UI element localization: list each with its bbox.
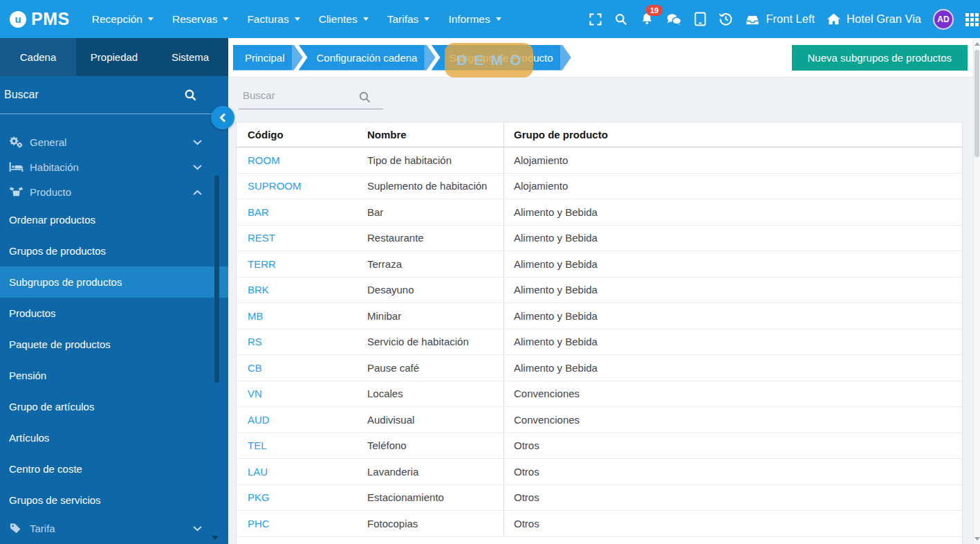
table-row[interactable]: TELTeléfonoOtros bbox=[237, 433, 962, 460]
row-code-link[interactable]: RS bbox=[248, 336, 262, 347]
caret-down-icon bbox=[424, 17, 429, 21]
sidebar-item-articulos[interactable]: Artículos bbox=[0, 422, 228, 453]
fullscreen-icon[interactable] bbox=[589, 12, 602, 26]
sidebar-item-grupos-de-servicios[interactable]: Grupos de servicios bbox=[0, 484, 228, 516]
tab-sistema[interactable]: Sistema bbox=[152, 38, 228, 76]
table-row[interactable]: AUDAudivisualConvenciones bbox=[237, 407, 962, 433]
tablet-icon[interactable] bbox=[694, 12, 707, 26]
breadcrumb-principal[interactable]: Principal bbox=[233, 45, 303, 71]
menu-label: Facturas bbox=[247, 13, 288, 26]
sidebar-item-centro-de-coste[interactable]: Centro de coste bbox=[0, 453, 228, 484]
column-header-codigo[interactable]: Código bbox=[237, 129, 367, 140]
sidebar-scrollbar-thumb[interactable] bbox=[214, 175, 219, 383]
row-code-link[interactable]: SUPROOM bbox=[248, 180, 302, 192]
row-name: Teléfono bbox=[367, 439, 503, 451]
sidebar-item-grupo-de-articulos[interactable]: Grupo de artículos bbox=[0, 391, 228, 422]
search-icon bbox=[358, 91, 371, 104]
row-code-link[interactable]: TEL bbox=[248, 439, 267, 451]
table-row[interactable]: PHCFotocopiasOtros bbox=[237, 511, 962, 537]
menu-recepcion[interactable]: Recepción bbox=[92, 13, 154, 26]
scrollbar-thumb[interactable] bbox=[974, 50, 979, 157]
row-group: Alimento y Bebida bbox=[503, 278, 962, 303]
sidebar-item-productos[interactable]: Productos bbox=[0, 298, 228, 329]
table-row[interactable]: RESTRestauranteAlimento y Bebida bbox=[237, 226, 962, 252]
table-row[interactable]: TERRTerrazaAlimento y Bebida bbox=[237, 251, 962, 278]
row-code-link[interactable]: AUD bbox=[248, 414, 270, 426]
menu-informes[interactable]: Informes bbox=[448, 13, 501, 26]
apps-grid-icon[interactable] bbox=[965, 12, 980, 27]
sidebar-scrollbar-down-arrow[interactable] bbox=[212, 536, 219, 540]
column-header-nombre[interactable]: Nombre bbox=[367, 129, 503, 140]
tab-cadena[interactable]: Cadena bbox=[0, 38, 76, 76]
caret-down-icon bbox=[148, 17, 154, 21]
row-code-link[interactable]: LAU bbox=[248, 466, 268, 478]
table-row[interactable]: MBMinibarAlimento y Bebida bbox=[237, 303, 962, 329]
row-code-link[interactable]: REST bbox=[248, 232, 275, 244]
property-selector[interactable]: Hotel Gran Via bbox=[826, 12, 921, 26]
sidebar-search-input[interactable] bbox=[4, 89, 184, 101]
notification-badge: 19 bbox=[646, 5, 662, 16]
row-code-link[interactable]: TERR bbox=[248, 258, 276, 270]
search-icon[interactable] bbox=[614, 12, 628, 26]
sidebar-item-subgrupos-de-productos[interactable]: Subgrupos de productos bbox=[0, 266, 228, 298]
row-group: Alimento y Bebida bbox=[503, 199, 962, 225]
user-avatar[interactable]: AD bbox=[933, 9, 954, 30]
menu-reservas[interactable]: Reservas bbox=[172, 13, 228, 26]
section-label: Tarifa bbox=[30, 523, 193, 534]
sidebar-tabs: Cadena Propiedad Sistema bbox=[0, 38, 228, 76]
top-navbar: u PMS Recepción Reservas Facturas Client… bbox=[0, 0, 980, 38]
table-row[interactable]: BRKDesayunoAlimento y Bebida bbox=[237, 278, 962, 304]
new-subgroup-button[interactable]: Nueva subgrupos de productos bbox=[792, 45, 968, 71]
row-code-link[interactable]: MB bbox=[248, 310, 264, 322]
table-row[interactable]: LAULavanderiaOtros bbox=[237, 459, 962, 485]
menu-tarifas[interactable]: Tarifas bbox=[387, 13, 430, 26]
scrollbar-up-arrow[interactable] bbox=[974, 42, 980, 46]
breadcrumb-subgrupo-de-producto[interactable]: Subgrupo de Producto bbox=[431, 45, 571, 71]
breadcrumb-label: Principal bbox=[245, 52, 285, 64]
caret-down-icon bbox=[223, 17, 228, 21]
app-logo[interactable]: u PMS bbox=[10, 9, 70, 29]
search-icon[interactable] bbox=[184, 89, 197, 102]
table-row[interactable]: BARBarAlimento y Bebida bbox=[237, 199, 962, 226]
sidebar-section-general[interactable]: General bbox=[0, 129, 228, 154]
table-row[interactable]: SUPROOMSuplemento de habitaciónAlojamien… bbox=[237, 174, 962, 200]
sidebar-section-habitacion[interactable]: Habitación bbox=[0, 154, 228, 179]
row-code-link[interactable]: PHC bbox=[248, 518, 270, 529]
sidebar-item-ordenar-productos[interactable]: Ordenar productos bbox=[0, 204, 228, 235]
menu-clientes[interactable]: Clientes bbox=[319, 13, 369, 26]
row-code-link[interactable]: BAR bbox=[248, 206, 269, 218]
sidebar-item-paquete-de-productos[interactable]: Paquete de productos bbox=[0, 329, 228, 360]
scrollbar-down-arrow[interactable] bbox=[974, 537, 980, 541]
sidebar-section-producto[interactable]: Producto bbox=[0, 179, 228, 204]
row-code-link[interactable]: CB bbox=[248, 362, 262, 374]
row-code-link[interactable]: PKG bbox=[248, 491, 270, 503]
table-row[interactable]: VNLocalesConvenciones bbox=[237, 381, 962, 408]
tab-propiedad[interactable]: Propiedad bbox=[76, 38, 152, 76]
table-row[interactable]: CBPause caféAlimento y Bebida bbox=[237, 355, 962, 381]
row-group: Otros bbox=[503, 459, 962, 484]
table-row[interactable]: RSServicio de habitaciónAlimento y Bebid… bbox=[237, 329, 962, 356]
row-name: Restaurante bbox=[367, 232, 503, 244]
table-row[interactable]: ROOMTipo de habitaciónAlojamiento bbox=[237, 147, 962, 174]
page-scrollbar[interactable] bbox=[973, 39, 980, 544]
workstation-selector[interactable]: Front Left bbox=[745, 12, 815, 26]
notifications-bell-icon[interactable]: 19 bbox=[640, 12, 654, 26]
menu-facturas[interactable]: Facturas bbox=[247, 13, 299, 26]
column-header-grupo[interactable]: Grupo de producto bbox=[503, 123, 962, 147]
breadcrumb-configuracion-cadena[interactable]: Configuración cadena bbox=[299, 45, 436, 71]
table-row[interactable]: PKGEstacionamientoOtros bbox=[237, 485, 962, 511]
row-code-link[interactable]: ROOM bbox=[248, 154, 280, 166]
row-code-link[interactable]: VN bbox=[248, 388, 262, 399]
home-icon bbox=[826, 12, 841, 26]
content-body: Código Nombre Grupo de producto ROOMTipo… bbox=[228, 78, 980, 544]
history-icon[interactable] bbox=[719, 12, 733, 26]
row-code-link[interactable]: BRK bbox=[248, 284, 269, 296]
row-name: Suplemento de habitación bbox=[367, 180, 503, 192]
sidebar-item-grupos-de-productos[interactable]: Grupos de productos bbox=[0, 235, 228, 266]
sidebar-collapse-button[interactable] bbox=[211, 106, 234, 129]
sidebar-item-pension[interactable]: Pensión bbox=[0, 360, 228, 391]
menu-label: Clientes bbox=[319, 13, 358, 26]
menu-label: Informes bbox=[448, 13, 490, 26]
chat-icon[interactable] bbox=[666, 12, 682, 26]
sidebar-section-tarifa[interactable]: Tarifa bbox=[0, 516, 228, 541]
